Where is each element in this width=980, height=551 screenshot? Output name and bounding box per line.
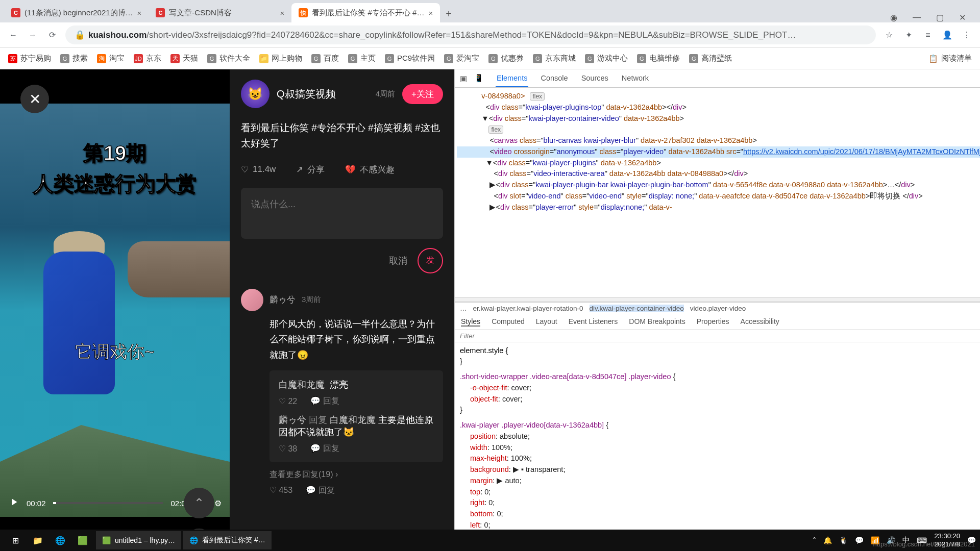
progress-bar[interactable] — [53, 502, 164, 504]
start-icon[interactable]: ⊞ — [4, 531, 27, 549]
close-icon[interactable]: × — [137, 9, 142, 17]
url-field[interactable]: 🔒kuaishou.com/short-video/3xsfreijsdaicg… — [65, 26, 876, 44]
bookmark[interactable]: G电脑维修 — [637, 54, 680, 63]
video-scenery — [128, 241, 230, 297]
comment-input[interactable]: 说点什么... — [241, 188, 443, 239]
video-title: 看到最后让你笑 #专治不开心 #搞笑视频 #这也太好笑了 — [241, 120, 443, 152]
comment-author[interactable]: 麟ゥ兮 — [270, 294, 296, 306]
browser-tab[interactable]: 快看到最后让你笑 #专治不开心 #…× — [291, 3, 440, 22]
devtools-tab[interactable]: Sources — [580, 70, 609, 87]
bookmark[interactable]: G京东商城 — [533, 54, 576, 63]
dom-tree[interactable]: v-084988a0> flex <div class="kwai-player… — [455, 88, 980, 297]
bookmark[interactable]: G游戏中心 — [585, 54, 628, 63]
inspect-icon[interactable]: ▣ — [460, 74, 467, 83]
play-icon[interactable] — [8, 496, 19, 510]
video-player[interactable]: 第19期 人类迷惑行为大赏 它调戏你~ 00:02 02:07 🔇 ⚙ — [0, 104, 230, 517]
comment-body: 那个风大的，说话说一半什么意思？为什么不能站椰子树下，你到说啊，一到重点就跑了😠 — [241, 316, 443, 363]
prev-video-button[interactable]: ⌃ — [184, 488, 214, 518]
author-name[interactable]: Q叔搞笑视频 — [277, 87, 336, 101]
back-icon[interactable]: ← — [7, 29, 19, 41]
devtools-tab[interactable]: Console — [540, 70, 569, 87]
bookmarks-bar: 苏苏宁易购G搜索淘淘宝JD京东天天猫G软件大全📁网上购物G百度G主页GPC9软件… — [0, 48, 980, 69]
devtools-tab[interactable]: Elements — [496, 70, 528, 87]
reload-icon[interactable]: ⟳ — [46, 29, 58, 41]
close-icon[interactable]: × — [428, 9, 433, 17]
like-button[interactable]: ♡ 11.4w — [241, 164, 276, 176]
reply-icon[interactable]: 💬 回复 — [306, 485, 334, 496]
send-button[interactable]: 发 — [418, 248, 443, 273]
list-icon[interactable]: ≡ — [922, 29, 934, 41]
watermark: https://blog.csdn.net/beginner2021 — [873, 540, 975, 548]
filter-input[interactable] — [460, 332, 980, 340]
share-button[interactable]: ↗ 分享 — [296, 164, 325, 176]
bookmark[interactable]: G百度 — [311, 54, 339, 63]
tray-up-icon[interactable]: ˄ — [813, 536, 816, 544]
comment: 麟ゥ兮3周前 那个风大的，说话说一半什么意思？为什么不能站椰子树下，你到说啊，一… — [241, 289, 443, 496]
time-current: 00:02 — [27, 499, 46, 508]
bookmark[interactable]: G软件大全 — [207, 54, 250, 63]
like-icon[interactable]: ♡ 453 — [270, 485, 292, 496]
qq-icon[interactable]: 🐧 — [839, 536, 848, 544]
profile-icon[interactable]: 👤 — [941, 29, 953, 41]
devtools: ▣ 📱 Elements Console Sources Network ⚠ 3… — [454, 69, 980, 551]
bookmark[interactable]: G高清壁纸 — [689, 54, 732, 63]
like-icon[interactable]: ♡ 22 — [279, 396, 297, 406]
bell-icon[interactable]: 🔔 — [823, 536, 832, 544]
bookmark[interactable]: 📁网上购物 — [259, 54, 302, 63]
reply-icon[interactable]: 💬 回复 — [310, 396, 339, 407]
bookmark[interactable]: JD京东 — [134, 54, 161, 63]
taskbar: ⊞ 📁 🌐 🟩 🟩untitled1 – lhy.py… 🌐看到最后让你笑 #…… — [0, 530, 980, 551]
cancel-button[interactable]: 取消 — [389, 255, 407, 267]
bookmark[interactable]: G搜索 — [60, 54, 88, 63]
forward-icon: → — [27, 29, 39, 41]
menu-icon[interactable]: ⋮ — [961, 29, 973, 41]
style-tabs: Styles Computed Layout Event Listeners D… — [455, 314, 980, 330]
dislike-button[interactable]: 💔 不感兴趣 — [345, 164, 395, 176]
video-caption: 它调戏你~ — [0, 340, 230, 364]
device-icon[interactable]: 📱 — [474, 74, 483, 83]
video-overlay-text: 人类迷惑行为大赏 — [0, 170, 230, 198]
video-overlay-text: 第19期 — [0, 139, 230, 167]
bookmark[interactable]: 天天猫 — [170, 54, 198, 63]
new-tab-button[interactable]: + — [440, 5, 457, 22]
bookmark[interactable]: GPC9软件园 — [385, 54, 435, 63]
pycharm-icon[interactable]: 🟩 — [71, 531, 94, 549]
publish-time: 4周前 — [376, 89, 395, 99]
breadcrumb[interactable]: … er.kwai-player.kwai-player-rotation-0 … — [455, 302, 980, 314]
bookmark[interactable]: 淘淘宝 — [97, 54, 125, 63]
browser-tab[interactable]: C写文章-CSDN博客× — [149, 3, 291, 22]
star-icon[interactable]: ☆ — [883, 29, 895, 41]
address-bar: ← → ⟳ 🔒kuaishou.com/short-video/3xsfreij… — [0, 22, 980, 48]
settings-icon[interactable]: ⚙ — [214, 498, 222, 508]
reading-list[interactable]: 📋 阅读清单 — [928, 54, 972, 63]
like-icon[interactable]: ♡ 38 — [279, 444, 297, 454]
reply: 白魔和龙魔 漂亮 ♡ 22💬 回复 麟ゥ兮 回复 白魔和龙魔 主要是他连原因都不… — [270, 370, 443, 462]
explorer-icon[interactable]: 📁 — [27, 531, 49, 549]
video-figure — [31, 231, 128, 445]
bookmark[interactable]: G主页 — [348, 54, 376, 63]
chat-icon[interactable]: 💬 — [855, 536, 864, 544]
taskbar-app[interactable]: 🌐看到最后让你笑 #… — [183, 531, 272, 549]
minimize-icon[interactable]: — — [913, 13, 921, 22]
bookmark[interactable]: G优惠券 — [488, 54, 524, 63]
browser-tab[interactable]: C(11条消息) beginner2021的博…× — [4, 3, 149, 22]
reply-icon[interactable]: 💬 回复 — [310, 443, 339, 454]
account-icon[interactable]: ◉ — [890, 13, 897, 22]
bookmark[interactable]: G爱淘宝 — [444, 54, 479, 63]
edge-icon[interactable]: 🌐 — [49, 531, 71, 549]
more-replies[interactable]: 查看更多回复(19) › — [270, 469, 443, 480]
taskbar-app[interactable]: 🟩untitled1 – lhy.py… — [96, 531, 181, 549]
browser-tabstrip: C(11条消息) beginner2021的博…× C写文章-CSDN博客× 快… — [0, 0, 980, 22]
follow-button[interactable]: +关注 — [402, 84, 443, 104]
avatar[interactable]: 😺 — [241, 80, 270, 108]
avatar[interactable] — [241, 289, 263, 311]
bookmark[interactable]: 苏苏宁易购 — [8, 54, 51, 63]
close-video-button[interactable]: ✕ — [20, 85, 49, 113]
side-panel: › 😺 Q叔搞笑视频 4周前 +关注 看到最后让你笑 #专治不开心 #搞笑视频 … — [230, 69, 454, 551]
maximize-icon[interactable]: ▢ — [936, 13, 944, 22]
devtools-tab[interactable]: Network — [621, 70, 650, 87]
extension-icon[interactable]: ✦ — [902, 29, 915, 41]
close-window-icon[interactable]: ✕ — [959, 13, 966, 22]
styles-panel[interactable]: element.style {} short-video…95426.css:1… — [455, 342, 980, 552]
close-icon[interactable]: × — [280, 9, 285, 17]
